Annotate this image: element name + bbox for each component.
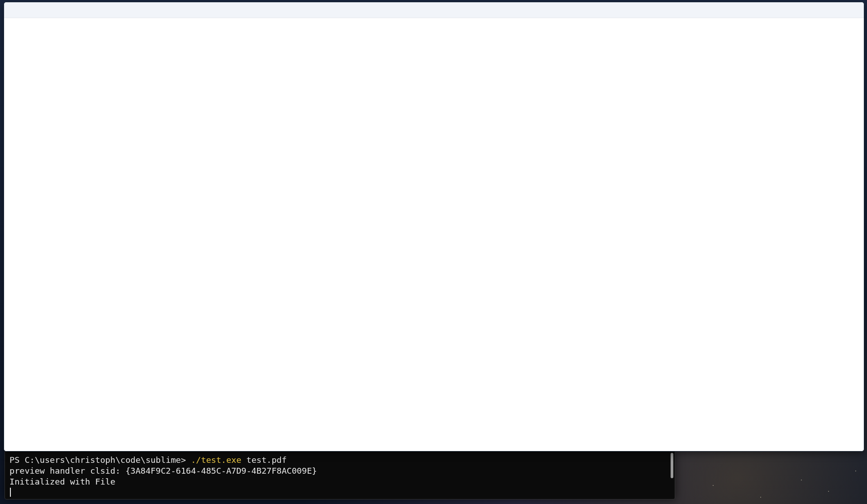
terminal-input-line[interactable] [10,487,670,498]
terminal-output-line: preview handler clsid: {3A84F9C2-6164-48… [10,466,670,476]
preview-app-client-area [4,18,864,451]
terminal-prompt: PS C:\users\christoph\code\sublime> [10,455,191,465]
terminal-argument: test.pdf [241,455,286,465]
preview-app-titlebar[interactable] [4,2,864,18]
terminal-cursor [10,488,11,497]
preview-app-window[interactable] [4,2,864,452]
terminal-scrollbar[interactable] [671,453,673,478]
terminal-window[interactable]: PS C:\users\christoph\code\sublime> ./te… [5,451,675,499]
terminal-command: ./test.exe [191,455,241,465]
terminal-output-line: Initialized with File [10,476,670,487]
terminal-command-line: PS C:\users\christoph\code\sublime> ./te… [10,455,670,466]
